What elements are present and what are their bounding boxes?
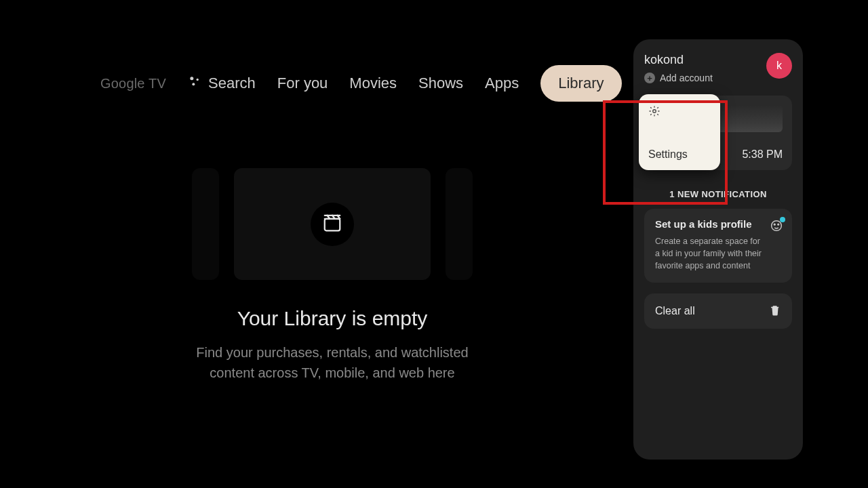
settings-label: Settings: [648, 148, 711, 161]
empty-card-right: [446, 168, 473, 280]
empty-card-row: [54, 168, 610, 280]
brand-logo: Google TV: [100, 76, 166, 92]
kids-profile-card[interactable]: Set up a kids profile Create a separate …: [644, 209, 792, 283]
svg-point-2: [192, 83, 195, 85]
nav-library[interactable]: Library: [540, 65, 621, 102]
kids-title: Set up a kids profile: [655, 218, 781, 230]
clapperboard-icon: [322, 213, 342, 236]
empty-card-left: [192, 168, 219, 280]
tile-row: 5:38 PM Settings: [644, 96, 792, 170]
kids-profile-icon: [769, 218, 784, 233]
empty-title: Your Library is empty: [54, 307, 610, 330]
add-account-label: Add account: [660, 73, 713, 83]
clear-all-button[interactable]: Clear all: [644, 293, 792, 329]
nav-movies[interactable]: Movies: [349, 75, 397, 92]
clock-text: 5:38 PM: [742, 148, 783, 161]
quick-settings-panel: kokond + Add account k 5:38 PM Settings …: [633, 39, 803, 460]
svg-point-1: [197, 79, 199, 81]
empty-icon-circle: [311, 203, 354, 246]
nav-for-you[interactable]: For you: [277, 75, 328, 92]
svg-point-0: [190, 77, 193, 80]
empty-card-center: [234, 168, 431, 280]
empty-subtitle: Find your purchases, rentals, and watchl…: [54, 342, 610, 383]
add-account-button[interactable]: + Add account: [644, 73, 713, 83]
svg-point-5: [772, 221, 782, 231]
nav-search[interactable]: Search: [188, 75, 256, 92]
plus-icon: +: [644, 73, 655, 83]
kids-description: Create a separate space for a kid in you…: [655, 235, 781, 272]
avatar[interactable]: k: [766, 53, 792, 79]
gear-icon: [648, 105, 660, 117]
svg-point-4: [653, 110, 656, 113]
nav-shows[interactable]: Shows: [418, 75, 463, 92]
account-name: kokond: [644, 53, 713, 67]
clear-all-label: Clear all: [655, 305, 695, 317]
sparkle-icon: [188, 75, 201, 92]
account-row: kokond + Add account k: [644, 53, 792, 83]
svg-point-6: [774, 224, 775, 225]
svg-point-7: [778, 224, 779, 225]
trash-icon: [769, 304, 781, 318]
notification-header: 1 NEW NOTIFICATION: [644, 189, 792, 199]
svg-rect-3: [325, 218, 340, 230]
settings-tile[interactable]: Settings: [639, 94, 720, 170]
nav-apps[interactable]: Apps: [485, 75, 519, 92]
top-nav: Google TV Search For you Movies Shows Ap…: [100, 65, 622, 102]
library-empty-state: Your Library is empty Find your purchase…: [54, 168, 610, 383]
nav-search-label: Search: [208, 75, 256, 92]
